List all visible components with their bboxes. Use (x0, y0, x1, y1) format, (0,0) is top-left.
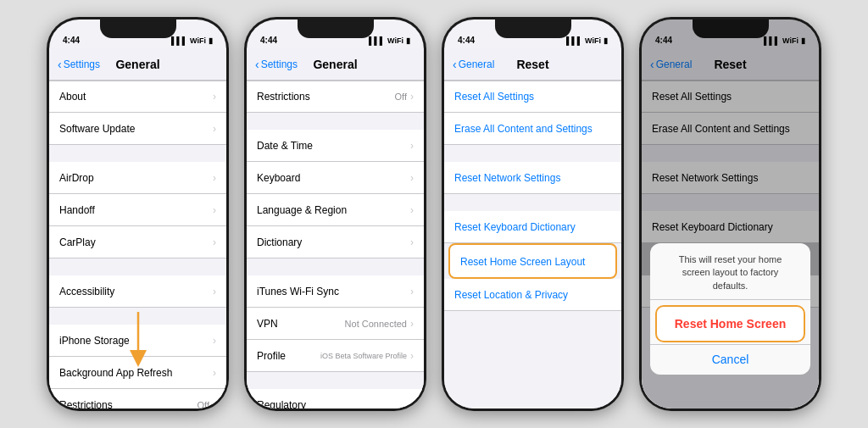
item-right: › (410, 204, 414, 216)
list-item[interactable]: Language & Region › (247, 194, 424, 226)
chevron-icon: › (410, 204, 414, 216)
list-item[interactable]: AirDrop › (49, 162, 226, 194)
signal-icon-2: ▌▌▌ (369, 36, 385, 45)
chevron-icon: › (410, 172, 414, 184)
chevron-icon: › (213, 123, 216, 135)
list-item[interactable]: Handoff › (49, 194, 226, 226)
list-item[interactable]: VPN Not Connected› (247, 308, 424, 340)
item-value: iOS Beta Software Profile (320, 352, 407, 360)
phone-frame-3: 4:44 ▌▌▌ WiFi ▮ ‹ General Reset Reset Al… (442, 17, 624, 411)
item-label: About (59, 91, 86, 103)
phone-screen-1: 4:44 ▌▌▌ WiFi ▮ ‹ Settings General About… (49, 19, 226, 409)
nav-title-2: General (313, 58, 357, 71)
item-label: Restrictions (59, 399, 113, 409)
item-label: Software Update (59, 123, 135, 135)
chevron-icon: › (410, 286, 414, 297)
section-gap (247, 258, 424, 275)
item-right: › (213, 91, 216, 103)
back-arrow-1: ‹ (58, 58, 62, 71)
signal-icon-3: ▌▌▌ (566, 36, 582, 45)
item-label: Regulatory (257, 399, 306, 409)
item-label: iTunes Wi-Fi Sync (257, 286, 339, 297)
reset-home-screen-highlighted[interactable]: Reset Home Screen Layout (448, 243, 617, 279)
item-label: Restrictions (257, 91, 310, 103)
notch-2 (298, 19, 374, 38)
status-icons-1: ▌▌▌ WiFi ▮ (171, 36, 213, 45)
section-gap (444, 145, 621, 162)
list-item[interactable]: Software Update › (49, 113, 226, 145)
list-item[interactable]: Restrictions Off› (49, 389, 226, 409)
nav-bar-3: ‹ General Reset (444, 48, 621, 81)
item-right: › (410, 172, 414, 184)
item-right: Off› (395, 91, 414, 103)
alert-divider (650, 299, 810, 300)
chevron-icon: › (410, 91, 414, 103)
list-item[interactable]: Profile iOS Beta Software Profile› (247, 340, 424, 372)
list-item[interactable]: iTunes Wi-Fi Sync › (247, 275, 424, 308)
time-3: 4:44 (458, 36, 475, 45)
list-item[interactable]: Reset Network Settings (444, 162, 621, 194)
item-right: › (410, 140, 414, 152)
back-button-3[interactable]: ‹ General (453, 58, 494, 71)
chevron-icon: › (213, 286, 216, 297)
nav-title-3: Reset (516, 58, 548, 71)
list-item[interactable]: Date & Time › (247, 130, 424, 162)
item-label: Reset Location & Privacy (454, 289, 568, 301)
item-label: Profile (257, 350, 286, 362)
phone-screen-4: 4:44 ▌▌▌ WiFi ▮ ‹ General Reset Reset Al… (642, 19, 819, 409)
nav-bar-1: ‹ Settings General (49, 48, 226, 81)
settings-list-1: About › Software Update › AirDrop › Hand… (49, 81, 226, 409)
phone-frame-1: 4:44 ▌▌▌ WiFi ▮ ‹ Settings General About… (47, 17, 229, 411)
item-label: Handoff (59, 204, 95, 216)
chevron-icon: › (213, 172, 216, 184)
item-label: iPhone Storage (59, 335, 130, 347)
list-item[interactable]: Erase All Content and Settings (444, 113, 621, 145)
item-label: AirDrop (59, 172, 94, 184)
alert-message: This will reset your home screen layout … (650, 243, 810, 299)
item-label: CarPlay (59, 236, 96, 248)
list-item[interactable]: Accessibility › (49, 275, 226, 308)
item-right: › (410, 236, 414, 248)
list-item[interactable]: Keyboard › (247, 162, 424, 194)
item-right: Off› (198, 399, 216, 409)
time-1: 4:44 (63, 36, 80, 45)
phone-2: 4:44 ▌▌▌ WiFi ▮ ‹ Settings General Restr… (244, 17, 426, 411)
item-right: › (213, 367, 216, 379)
list-item[interactable]: Reset Keyboard Dictionary (444, 211, 621, 243)
settings-list-2: Restrictions Off› Date & Time › Keyboard… (247, 81, 424, 409)
cancel-button[interactable]: Cancel (650, 344, 810, 375)
chevron-icon: › (410, 140, 414, 152)
chevron-icon: › (213, 399, 216, 409)
list-item[interactable]: Restrictions Off› (247, 81, 424, 113)
item-label: Reset Network Settings (454, 172, 560, 184)
battery-icon-2: ▮ (406, 36, 410, 45)
alert-dialog: This will reset your home screen layout … (650, 243, 810, 375)
list-item[interactable]: Reset Location & Privacy (444, 279, 621, 311)
item-label: Reset Home Screen Layout (460, 256, 585, 268)
chevron-icon: › (410, 399, 414, 409)
list-item[interactable]: Dictionary › (247, 226, 424, 258)
reset-home-screen-button[interactable]: Reset Home Screen (657, 307, 804, 341)
time-2: 4:44 (260, 36, 277, 45)
arrow-indicator (126, 308, 150, 367)
phone-4: 4:44 ▌▌▌ WiFi ▮ ‹ General Reset Reset Al… (639, 17, 821, 411)
battery-icon-3: ▮ (604, 36, 608, 45)
item-label: Background App Refresh (59, 367, 172, 379)
list-item[interactable]: About › (49, 81, 226, 113)
chevron-icon: › (410, 318, 414, 330)
list-item[interactable]: CarPlay › (49, 226, 226, 258)
phone-3: 4:44 ▌▌▌ WiFi ▮ ‹ General Reset Reset Al… (442, 17, 624, 411)
settings-list-3: Reset All Settings Erase All Content and… (444, 81, 621, 409)
item-value: Off (395, 92, 407, 102)
list-item[interactable]: Regulatory › (247, 389, 424, 409)
item-label: Reset Keyboard Dictionary (454, 221, 576, 233)
back-button-2[interactable]: ‹ Settings (255, 58, 298, 71)
back-button-1[interactable]: ‹ Settings (58, 58, 100, 71)
item-right: iOS Beta Software Profile› (320, 350, 414, 362)
item-right: › (213, 335, 216, 347)
chevron-icon: › (213, 236, 216, 248)
phone-screen-2: 4:44 ▌▌▌ WiFi ▮ ‹ Settings General Restr… (247, 19, 424, 409)
item-label: Erase All Content and Settings (454, 123, 593, 135)
status-icons-2: ▌▌▌ WiFi ▮ (369, 36, 410, 45)
list-item[interactable]: Reset All Settings (444, 81, 621, 113)
